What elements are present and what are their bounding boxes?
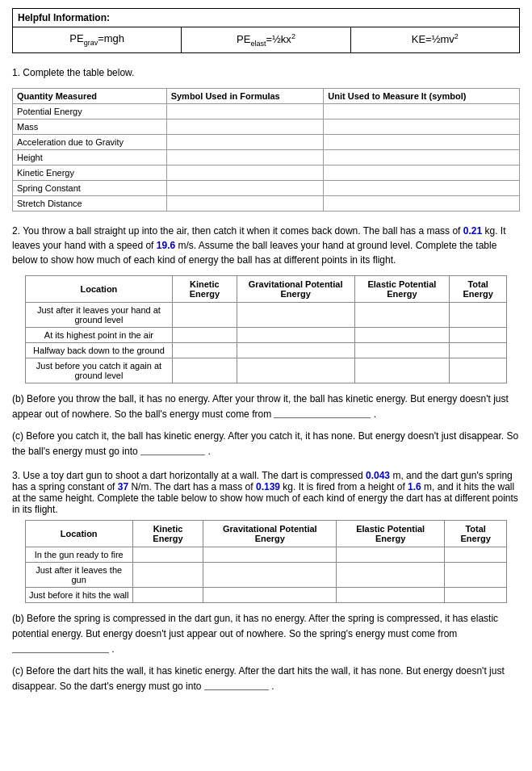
table-row: Spring Constant [13,180,520,195]
energy-input-cell[interactable] [173,358,237,383]
q3-partB-input[interactable] [12,642,109,653]
energy-input-cell[interactable] [203,587,337,602]
question1-table: Quantity Measured Symbol Used in Formula… [12,88,520,212]
energy-input-cell[interactable] [173,342,237,358]
q2-col-ke: Kinetic Energy [173,275,237,302]
q3-col-epe: Elastic Potential Energy [337,520,445,547]
fill-cell[interactable] [166,165,324,180]
energy-input-cell[interactable] [450,358,507,383]
formula-pe-elast: PEelast=½kx2 [182,27,350,52]
energy-input-cell[interactable] [132,547,203,562]
formulas-row: PEgrav=mgh PEelast=½kx2 KE=½mv2 [13,27,519,52]
question2-intro: 2. You throw a ball straight up into the… [12,224,520,267]
fill-cell[interactable] [166,119,324,134]
quantity-cell: Kinetic Energy [13,165,167,180]
table-row: Acceleration due to Gravity [13,134,520,149]
energy-input-cell[interactable] [237,302,354,327]
energy-input-cell[interactable] [445,547,507,562]
q2-partC-input[interactable] [140,444,205,455]
table-row: Just after it leaves the gun [25,562,507,587]
table-row: At its highest point in the air [25,327,507,342]
fill-cell[interactable] [166,195,324,211]
energy-input-cell[interactable] [237,327,354,342]
question3-partB: (b) Before the spring is compressed in t… [12,611,520,658]
table-row: Just after it leaves your hand at ground… [25,302,507,327]
fill-cell[interactable] [324,195,520,211]
fill-cell[interactable] [166,149,324,165]
table-row: Mass [13,119,520,134]
quantity-cell: Spring Constant [13,180,167,195]
energy-input-cell[interactable] [445,562,507,587]
location-cell: Halfway back down to the ground [25,342,172,358]
energy-input-cell[interactable] [237,358,354,383]
col-header-unit: Unit Used to Measure It (symbol) [324,88,520,103]
q3-col-gpe: Gravitational Potential Energy [203,520,337,547]
energy-input-cell[interactable] [445,587,507,602]
fill-cell[interactable] [324,149,520,165]
col-header-quantity: Quantity Measured [13,88,167,103]
table-row: Just before it hits the wall [25,587,507,602]
location-cell: Just before you catch it again at ground… [25,358,172,383]
q2-partB-input[interactable] [274,407,371,418]
q2-col-location: Location [25,275,172,302]
fill-cell[interactable] [324,165,520,180]
energy-input-cell[interactable] [354,327,449,342]
question2-table: Location Kinetic Energy Gravitational Po… [25,275,508,383]
energy-input-cell[interactable] [354,342,449,358]
question1-text: 1. Complete the table below. [12,65,520,80]
fill-cell[interactable] [324,103,520,119]
fill-cell[interactable] [324,119,520,134]
table-row: In the gun ready to fire [25,547,507,562]
fill-cell[interactable] [166,103,324,119]
energy-input-cell[interactable] [337,587,445,602]
question3-table: Location Kinetic Energy Gravitational Po… [25,520,508,603]
table-row: Height [13,149,520,165]
location-cell: Just before it hits the wall [25,587,132,602]
table-row: Halfway back down to the ground [25,342,507,358]
energy-input-cell[interactable] [173,327,237,342]
energy-input-cell[interactable] [450,342,507,358]
quantity-cell: Potential Energy [13,103,167,119]
location-cell: Just after it leaves the gun [25,562,132,587]
quantity-cell: Mass [13,119,167,134]
helpful-info-title: Helpful Information: [13,9,519,27]
helpful-info-box: Helpful Information: PEgrav=mgh PEelast=… [12,8,520,53]
q3-col-te: Total Energy [445,520,507,547]
energy-input-cell[interactable] [354,302,449,327]
question2-partC: (c) Before you catch it, the ball has ki… [12,429,520,459]
energy-input-cell[interactable] [132,587,203,602]
energy-input-cell[interactable] [173,302,237,327]
energy-input-cell[interactable] [237,342,354,358]
question3-partC: (c) Before the dart hits the wall, it ha… [12,664,520,694]
question2-partB: (b) Before you throw the ball, it has no… [12,392,520,422]
question3-intro: 3. Use a toy dart gun to shoot a dart ho… [12,470,520,515]
q3-partC-input[interactable] [204,679,269,690]
energy-input-cell[interactable] [354,358,449,383]
energy-input-cell[interactable] [337,547,445,562]
q2-col-te: Total Energy [450,275,507,302]
quantity-cell: Height [13,149,167,165]
fill-cell[interactable] [166,134,324,149]
q3-col-location: Location [25,520,132,547]
q3-col-ke: Kinetic Energy [132,520,203,547]
location-cell: In the gun ready to fire [25,547,132,562]
energy-input-cell[interactable] [203,547,337,562]
q2-col-epe: Elastic Potential Energy [354,275,449,302]
table-row: Potential Energy [13,103,520,119]
energy-input-cell[interactable] [337,562,445,587]
energy-input-cell[interactable] [450,327,507,342]
energy-input-cell[interactable] [132,562,203,587]
table-row: Just before you catch it again at ground… [25,358,507,383]
energy-input-cell[interactable] [450,302,507,327]
quantity-cell: Stretch Distance [13,195,167,211]
table-row: Kinetic Energy [13,165,520,180]
energy-input-cell[interactable] [203,562,337,587]
table-row: Stretch Distance [13,195,520,211]
fill-cell[interactable] [324,134,520,149]
q2-col-gpe: Gravitational Potential Energy [237,275,354,302]
formula-pe-grav: PEgrav=mgh [13,27,182,52]
fill-cell[interactable] [166,180,324,195]
col-header-symbol: Symbol Used in Formulas [166,88,324,103]
fill-cell[interactable] [324,180,520,195]
formula-ke: KE=½mv2 [351,27,519,52]
